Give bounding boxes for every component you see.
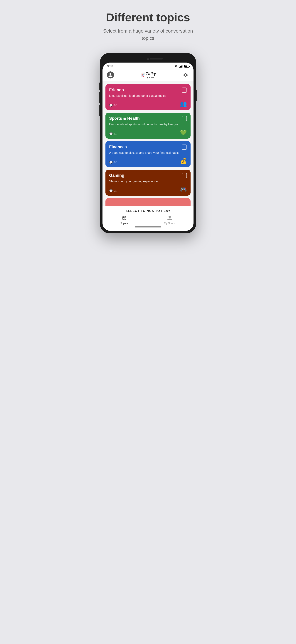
nav-tabs: Topics My Space (102, 215, 194, 225)
home-indicator (135, 226, 161, 228)
content-area: Friends Life, travelling, food and other… (102, 81, 194, 206)
speech-icon-gaming: 💬 (109, 189, 113, 193)
logo-text: Talky games (146, 72, 156, 78)
card-desc-sports: Discuss about sports, nutrition and a he… (109, 122, 180, 126)
topics-tab-label: Topics (120, 222, 128, 225)
topic-card-friends[interactable]: Friends Life, travelling, food and other… (106, 84, 190, 110)
bottom-nav: SELECT TOPICS TO PLAY Topics (102, 206, 194, 231)
gear-icon (183, 72, 188, 78)
card-bottom-sports: 💬 50 💚 (109, 129, 187, 136)
topic-card-sports[interactable]: Sports & Health Discuss about sports, nu… (106, 113, 190, 138)
card-top-finances: Finances A good way to discuss and share… (109, 144, 187, 155)
card-title-friends: Friends (109, 88, 180, 92)
nav-tab-topics[interactable]: Topics (120, 215, 128, 225)
card-title-finances: Finances (109, 144, 180, 149)
person-icon (167, 215, 172, 221)
nav-tab-myspace[interactable]: My Space (164, 215, 176, 225)
topic-card-gaming[interactable]: Gaming Share about your gaming experienc… (106, 170, 190, 196)
logo-card-icon: 🃏 (140, 72, 145, 77)
card-title-gaming: Gaming (109, 173, 180, 178)
speech-icon-finances: 💬 (109, 161, 113, 164)
svg-point-0 (176, 67, 176, 67)
phone-btn-left-2 (99, 92, 100, 103)
battery-icon (184, 65, 189, 68)
status-time: 9:00 (107, 64, 113, 68)
speech-icon-friends: 💬 (109, 104, 113, 107)
settings-button[interactable] (182, 72, 189, 78)
card-count-sports: 💬 50 (109, 132, 117, 136)
phone-camera (147, 58, 149, 60)
status-icons (174, 65, 189, 68)
card-count-gaming: 💬 30 (109, 189, 117, 193)
speech-icon-sports: 💬 (109, 132, 113, 136)
card-checkbox-gaming[interactable] (182, 173, 187, 178)
card-checkbox-finances[interactable] (182, 144, 187, 150)
count-value-finances: 50 (114, 161, 117, 164)
topic-card-finances[interactable]: Finances A good way to discuss and share… (106, 141, 190, 167)
card-checkbox-friends[interactable] (182, 88, 187, 93)
phone-frame: 9:00 (100, 53, 196, 233)
card-count-friends: 💬 50 (109, 104, 117, 107)
select-topics-cta[interactable]: SELECT TOPICS TO PLAY (102, 208, 194, 215)
user-avatar-icon (108, 72, 113, 77)
app-header: 🃏 Talky games (102, 69, 194, 81)
myspace-tab-label: My Space (164, 222, 176, 225)
app-logo: 🃏 Talky games (140, 72, 156, 78)
myspace-icon (167, 215, 172, 221)
card-top-friends: Friends Life, travelling, food and other… (109, 88, 187, 98)
phone-speaker (150, 58, 163, 60)
card-count-finances: 💬 50 (109, 161, 117, 164)
signal-icon (179, 65, 183, 68)
card-title-sports: Sports & Health (109, 116, 180, 121)
card-emoji-gaming: 🎮 (180, 186, 187, 193)
cube-icon (121, 215, 127, 221)
wifi-icon (174, 65, 178, 68)
battery-fill (185, 66, 188, 67)
count-value-gaming: 30 (114, 189, 117, 193)
phone-btn-right (196, 90, 197, 101)
card-bottom-finances: 💬 50 💰 (109, 158, 187, 164)
card-bottom-gaming: 💬 30 🎮 (109, 186, 187, 193)
card-info-gaming: Gaming Share about your gaming experienc… (109, 173, 180, 184)
phone-btn-left-1 (99, 82, 100, 90)
phone-btn-left-3 (99, 105, 100, 116)
card-emoji-friends: 👥 (180, 101, 187, 107)
phone-top-bar (102, 56, 194, 62)
card-emoji-sports: 💚 (180, 129, 187, 136)
topics-icon (121, 215, 127, 221)
card-partial-peek (106, 198, 190, 206)
status-bar: 9:00 (102, 62, 194, 69)
card-info-finances: Finances A good way to discuss and share… (109, 144, 180, 155)
card-top-gaming: Gaming Share about your gaming experienc… (109, 173, 187, 184)
user-avatar[interactable] (107, 72, 114, 78)
card-checkbox-sports[interactable] (182, 116, 187, 121)
card-desc-friends: Life, travelling, food and other casual … (109, 94, 180, 98)
card-emoji-finances: 💰 (180, 158, 187, 164)
count-value-sports: 50 (114, 132, 117, 136)
hero-title: Different topics (106, 11, 190, 24)
page-wrapper: Different topics Select from a huge vari… (74, 11, 222, 233)
card-bottom-friends: 💬 50 👥 (109, 101, 187, 107)
card-desc-gaming: Share about your gaming experience (109, 179, 180, 184)
card-desc-finances: A good way to discuss and share your fin… (109, 151, 180, 155)
card-info-friends: Friends Life, travelling, food and other… (109, 88, 180, 98)
card-info-sports: Sports & Health Discuss about sports, nu… (109, 116, 180, 126)
phone-screen: 9:00 (102, 62, 194, 231)
hero-subtitle: Select from a huge variety of conversati… (96, 28, 200, 42)
count-value-friends: 50 (114, 104, 117, 107)
card-top-sports: Sports & Health Discuss about sports, nu… (109, 116, 187, 126)
